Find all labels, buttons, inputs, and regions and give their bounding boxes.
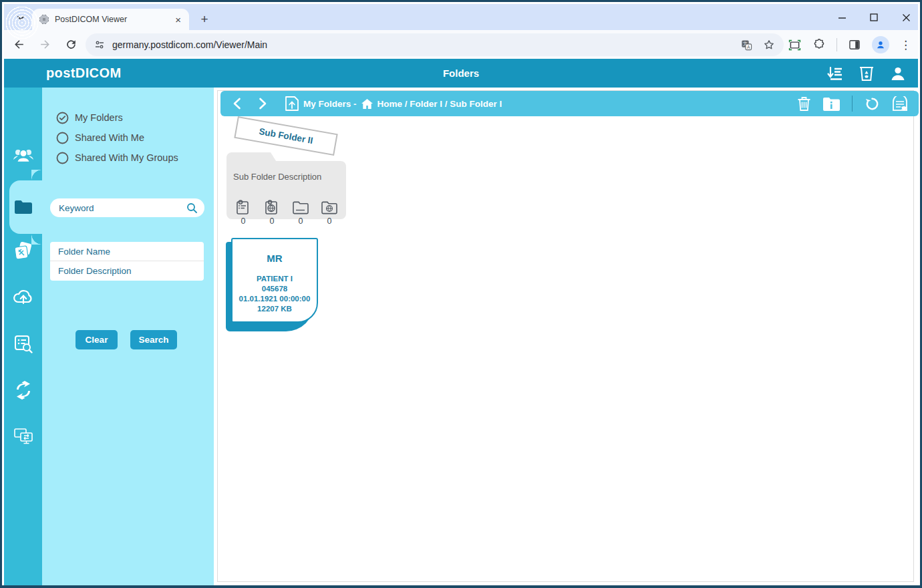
keyword-input[interactable] <box>59 203 186 213</box>
radio-unselected-icon <box>56 132 69 144</box>
report-icon[interactable] <box>892 96 908 112</box>
close-window-button[interactable] <box>899 11 913 24</box>
sidebar-item-user-groups[interactable] <box>4 142 42 171</box>
folder-info-icon[interactable] <box>822 97 840 111</box>
filter-option-shared-with-my-groups[interactable]: Shared With My Groups <box>56 150 178 165</box>
folders-filter-sidebar: My Folders Shared With Me Shared With My… <box>42 88 214 585</box>
search-icon[interactable] <box>186 202 198 214</box>
refresh-icon[interactable] <box>865 96 880 112</box>
translate-icon[interactable]: 文A <box>740 39 753 51</box>
list-search-icon <box>14 335 33 353</box>
breadcrumb-bar: My Folders - Home / Folder I / Sub Folde… <box>220 91 919 116</box>
browser-profile-avatar[interactable] <box>872 36 889 53</box>
profile-person-icon <box>875 39 886 50</box>
download-queue-icon[interactable] <box>826 65 843 82</box>
keyword-search-field <box>50 198 204 217</box>
browser-menu-icon[interactable]: ⋮ <box>900 39 911 51</box>
url-text[interactable]: germany.postdicom.com/Viewer/Main <box>112 39 740 50</box>
tab-title: PostDICOM Viewer <box>55 15 174 24</box>
upload-to-folder-icon[interactable] <box>285 96 299 112</box>
patient-id: 045678 <box>233 284 317 294</box>
dual-monitors-icon <box>13 427 33 446</box>
folders-content-area: My Folders - Home / Folder I / Sub Folde… <box>217 90 920 582</box>
clear-button[interactable]: Clear <box>75 330 118 349</box>
notes-clipboard-icon <box>235 199 251 215</box>
breadcrumb-path[interactable]: Home / Folder I / Sub Folder I <box>377 99 502 109</box>
site-settings-icon[interactable] <box>94 39 106 51</box>
new-tab-button[interactable]: + <box>196 11 212 27</box>
toolbar-divider <box>836 38 837 51</box>
patient-name: PATIENT I <box>233 274 317 284</box>
extensions-icon[interactable] <box>812 38 826 51</box>
stat-dicom-orders: 0 <box>319 199 339 226</box>
search-button[interactable]: Search <box>130 330 177 349</box>
sidebar-item-remote-workstations[interactable] <box>4 422 42 451</box>
site-favicon <box>39 14 49 25</box>
filter-label: Shared With Me <box>75 132 144 143</box>
stat-dicom-notes: 0 <box>262 199 282 226</box>
subfolder-icon <box>292 199 309 215</box>
breadcrumb-root[interactable]: My Folders - <box>303 99 357 109</box>
arrow-forward-icon <box>39 38 51 51</box>
filter-label: Shared With My Groups <box>75 152 178 163</box>
sidebar-item-dicom-images[interactable] <box>4 237 42 266</box>
folder-card-body: Sub Folder Description 0 0 0 0 <box>226 161 346 219</box>
reload-icon <box>65 38 78 51</box>
filter-option-my-folders[interactable]: My Folders <box>56 110 123 125</box>
sidebar-item-upload[interactable] <box>4 281 42 311</box>
sidebar-item-query[interactable] <box>4 329 42 359</box>
delete-folder-icon[interactable] <box>798 96 810 111</box>
radio-unselected-icon <box>56 152 69 164</box>
cloud-upload-icon <box>13 287 34 305</box>
folder-icon <box>13 199 33 215</box>
recycle-bin-icon[interactable] <box>859 65 874 82</box>
left-icon-rail <box>4 88 42 585</box>
image-stack-icon <box>13 241 33 261</box>
minimize-button[interactable] <box>835 11 849 24</box>
study-card-mr[interactable]: MR PATIENT I 045678 01.01.1921 00:00:00 … <box>231 238 318 323</box>
svg-text:A: A <box>747 45 750 50</box>
folder-name-input[interactable] <box>50 242 204 261</box>
folder-search-fields <box>50 242 204 281</box>
bookmark-star-icon[interactable] <box>762 38 776 51</box>
stat-count: 0 <box>327 216 332 226</box>
browser-tab-strip: PostDICOM Viewer × + <box>4 4 918 30</box>
dicom-clipboard-icon <box>264 199 280 215</box>
subfolder-name: Sub Folder II <box>258 126 313 146</box>
url-bar[interactable]: germany.postdicom.com/Viewer/Main 文A <box>86 33 784 56</box>
screen-capture-icon[interactable] <box>788 38 802 52</box>
breadcrumb-forward-icon[interactable] <box>259 98 267 110</box>
reload-button[interactable] <box>59 33 82 56</box>
subfolder-description: Sub Folder Description <box>233 172 321 182</box>
side-panel-icon[interactable] <box>848 38 861 51</box>
home-icon[interactable] <box>361 99 373 109</box>
stat-subfolders: 0 <box>291 199 311 226</box>
breadcrumb-back-icon[interactable] <box>233 98 241 110</box>
window-controls <box>835 8 913 27</box>
people-group-icon <box>13 148 34 165</box>
stat-count: 0 <box>299 216 303 226</box>
browser-toolbar: germany.postdicom.com/Viewer/Main 文A ⋮ <box>4 30 918 59</box>
radio-selected-icon <box>56 112 69 124</box>
sidebar-item-folders-active[interactable] <box>4 192 42 222</box>
postdicom-logo-sphere <box>5 4 39 41</box>
filter-label: My Folders <box>75 112 123 123</box>
stat-count: 0 <box>241 216 246 226</box>
sync-arrows-icon <box>13 380 33 400</box>
breadcrumb-divider <box>852 96 853 112</box>
browser-tab[interactable]: PostDICOM Viewer × <box>32 9 189 30</box>
folder-description-input[interactable] <box>50 261 204 281</box>
maximize-button[interactable] <box>867 11 881 24</box>
page-title: Folders <box>4 59 918 88</box>
stat-count: 0 <box>270 216 275 226</box>
filter-option-shared-with-me[interactable]: Shared With Me <box>56 130 144 145</box>
forward-button[interactable] <box>33 33 56 56</box>
sidebar-item-transfer[interactable] <box>4 376 42 405</box>
subfolder-card[interactable]: Sub Folder Description 0 0 0 0 <box>226 152 346 219</box>
app-header: postDICOM Folders <box>4 59 918 88</box>
study-datetime: 01.01.1921 00:00:00 <box>233 294 317 304</box>
account-person-icon[interactable] <box>890 65 906 82</box>
study-size: 12207 KB <box>233 304 317 314</box>
study-modality: MR <box>233 253 317 264</box>
tab-close-icon[interactable]: × <box>174 14 182 25</box>
